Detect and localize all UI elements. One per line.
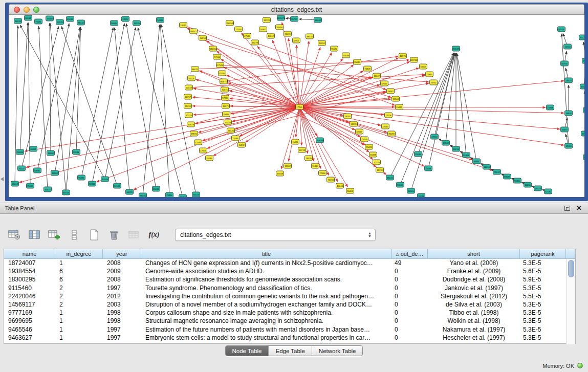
network-node[interactable]: 59051: [34, 168, 41, 173]
network-node[interactable]: 10473: [561, 127, 569, 132]
network-node[interactable]: 66040: [314, 17, 322, 23]
show-columns-icon[interactable]: [27, 228, 41, 242]
network-edge[interactable]: [161, 25, 196, 194]
network-node[interactable]: 75012: [493, 169, 501, 174]
network-node[interactable]: 90214: [452, 146, 460, 151]
network-edge[interactable]: [50, 23, 51, 153]
network-canvas[interactable]: 1724022608127716412752434275133067123067…: [9, 15, 584, 197]
network-node[interactable]: 10224: [18, 166, 26, 171]
network-edge[interactable]: [61, 26, 117, 186]
network-node[interactable]: 18302: [284, 163, 292, 168]
network-node[interactable]: 33904: [51, 170, 59, 176]
network-node[interactable]: 50341: [30, 146, 37, 151]
network-node[interactable]: 16162: [387, 89, 395, 94]
network-node[interactable]: 16047: [373, 73, 381, 78]
network-node[interactable]: 18302: [259, 27, 267, 32]
network-view-window[interactable]: citations_edges.txt 17240226081277164127…: [5, 3, 588, 201]
network-node[interactable]: 52710: [185, 113, 193, 118]
network-node[interactable]: 17133: [224, 120, 232, 125]
network-node[interactable]: 12090: [122, 16, 129, 21]
network-edge[interactable]: [143, 25, 160, 195]
network-node[interactable]: 17095: [101, 177, 109, 182]
network-node[interactable]: 25751: [430, 80, 438, 85]
network-node[interactable]: 15958: [547, 105, 554, 110]
network-node[interactable]: 70954: [166, 192, 173, 197]
network-node[interactable]: 12160: [565, 143, 573, 148]
network-node[interactable]: 64013: [11, 181, 19, 186]
network-node[interactable]: 95425: [365, 144, 373, 149]
network-node[interactable]: 22040: [382, 124, 389, 129]
network-node[interactable]: 27510: [244, 33, 251, 38]
table-row[interactable]: 1830029562008Estimation of significance …: [4, 275, 575, 283]
network-node[interactable]: 16358: [369, 152, 377, 157]
network-node[interactable]: 72544: [319, 170, 326, 176]
network-edge[interactable]: [15, 26, 18, 184]
table-vertical-scrollbar[interactable]: [566, 259, 575, 344]
network-node[interactable]: 1097343: [410, 57, 419, 62]
network-node[interactable]: 16704: [564, 44, 572, 49]
network-node[interactable]: 71084: [232, 136, 239, 141]
network-node[interactable]: 20531: [56, 19, 64, 25]
table-row[interactable]: 1938455462009Genome-wide association stu…: [4, 267, 575, 275]
network-edge[interactable]: [299, 83, 429, 107]
column-header-short[interactable]: short: [428, 249, 520, 259]
network-node[interactable]: 82774: [561, 61, 569, 66]
network-node[interactable]: 12106: [385, 113, 393, 118]
network-node[interactable]: 13044: [336, 183, 344, 188]
network-node[interactable]: 60071: [222, 103, 230, 108]
float-panel-icon[interactable]: [564, 206, 570, 211]
close-panel-icon[interactable]: ✕: [576, 206, 582, 211]
network-edge[interactable]: [160, 25, 169, 195]
network-node[interactable]: 34218: [199, 35, 207, 40]
network-node[interactable]: 98137: [306, 34, 314, 39]
network-node[interactable]: 18041: [386, 175, 394, 180]
network-node[interactable]: 19538: [342, 53, 350, 58]
network-node[interactable]: 42757: [184, 94, 192, 99]
network-node[interactable]: 1946374: [452, 46, 461, 51]
table-row[interactable]: 1456911722003Disruption of a novel membe…: [4, 300, 575, 309]
network-node[interactable]: 44170: [126, 189, 134, 194]
network-node[interactable]: 81924: [463, 152, 470, 158]
close-window-icon[interactable]: [14, 7, 20, 13]
network-node[interactable]: 90251: [583, 107, 585, 113]
network-node[interactable]: 12754: [235, 27, 243, 32]
table-row[interactable]: 911546021997Tourette syndrome. Phenomeno…: [4, 284, 575, 292]
network-node[interactable]: 16261: [318, 40, 326, 46]
network-node[interactable]: 20471: [44, 187, 52, 192]
table-settings-icon[interactable]: [7, 228, 21, 242]
network-edge[interactable]: [28, 23, 30, 186]
network-node[interactable]: 72544: [194, 140, 202, 145]
network-node[interactable]: 65014: [67, 16, 74, 21]
network-node[interactable]: 15923: [442, 140, 450, 145]
network-node[interactable]: 32161: [381, 81, 388, 86]
network-node[interactable]: 26014: [153, 186, 160, 191]
network-edge[interactable]: [38, 26, 48, 189]
column-header-in_degree[interactable]: in_degree: [55, 249, 103, 259]
network-node[interactable]: 18731: [376, 167, 384, 172]
network-edge[interactable]: [25, 107, 299, 151]
column-header-name[interactable]: name: [4, 249, 55, 259]
network-node[interactable]: 85093: [388, 131, 396, 136]
network-node[interactable]: 95104: [558, 27, 565, 32]
network-edge[interactable]: [196, 79, 299, 107]
network-node[interactable]: 61891: [350, 121, 358, 126]
network-node[interactable]: 92450: [179, 194, 187, 197]
network-node[interactable]: 16048: [425, 166, 432, 171]
tab-network-table[interactable]: Network Table: [312, 346, 363, 356]
column-header-year[interactable]: year: [103, 249, 141, 259]
network-node[interactable]: 30915: [89, 181, 96, 186]
row-view-icon[interactable]: [67, 228, 81, 242]
network-node[interactable]: 99871: [190, 131, 198, 136]
network-node[interactable]: 70163: [418, 193, 425, 197]
network-node[interactable]: 88112: [504, 174, 511, 179]
network-node[interactable]: 96091: [284, 31, 292, 36]
network-node[interactable]: 60713: [298, 147, 306, 152]
network-node[interactable]: 76184: [206, 156, 213, 161]
network-node[interactable]: 15449: [396, 104, 403, 110]
minimize-window-icon[interactable]: [24, 7, 30, 13]
table-add-icon[interactable]: [47, 228, 61, 242]
network-node[interactable]: 30124: [192, 192, 200, 197]
network-node[interactable]: 30141: [25, 15, 32, 20]
network-node[interactable]: 32061: [356, 129, 363, 134]
network-node[interactable]: 73793: [361, 137, 368, 142]
